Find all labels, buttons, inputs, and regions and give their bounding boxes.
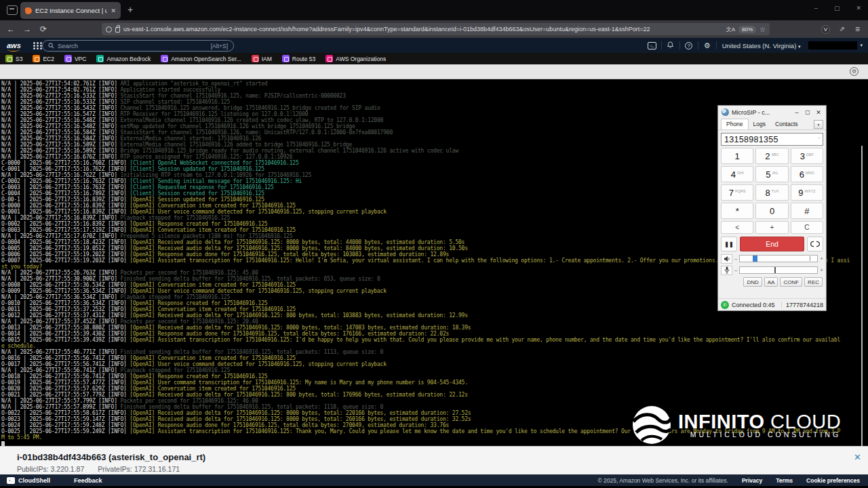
favorite-service-aws-organizations[interactable]: AWS Organizations	[326, 55, 386, 62]
instance-footer-close-icon[interactable]: ✕	[854, 452, 861, 462]
mic-minus[interactable]: –	[734, 267, 737, 273]
browser-tab[interactable]: EC2 Instance Connect | us-east ✕	[20, 2, 121, 19]
aux-key-plus[interactable]: +	[755, 221, 788, 234]
aux-key-clear[interactable]: C	[791, 221, 823, 234]
transfer-call-icon[interactable]	[807, 237, 823, 251]
settings-gear-icon[interactable]: ⚙	[698, 41, 716, 50]
speaker-slider-thumb[interactable]	[753, 256, 757, 262]
dialpad-key-4[interactable]: 4GHI	[721, 166, 753, 182]
window-maximize-icon[interactable]: ▢	[834, 5, 840, 12]
favorite-service-ec2[interactable]: EC2	[33, 55, 54, 62]
dialpad-key-5[interactable]: 5JKL	[755, 166, 788, 182]
bookmark-star-icon[interactable]: ☆	[760, 26, 766, 33]
terminal-settings-icon[interactable]: ⚙	[850, 67, 859, 76]
zoom-level-badge[interactable]: 80%	[738, 26, 756, 33]
tab-close-icon[interactable]: ✕	[111, 7, 116, 14]
microsip-titlebar[interactable]: MicroSIP - c... – ▢ ✕	[718, 106, 826, 119]
browser-menu-icon[interactable]: ≡	[855, 24, 860, 34]
forward-icon[interactable]: →	[19, 24, 35, 34]
mic-slider-thumb[interactable]	[774, 267, 776, 273]
extension-badge-icon[interactable]: V	[821, 25, 830, 34]
speaker-icon[interactable]	[721, 254, 732, 264]
microsip-tab-phone[interactable]: Phone	[721, 119, 749, 129]
public-ips: PublicIPs: 3.220.1.87	[17, 465, 84, 473]
new-tab-button[interactable]: +	[127, 4, 133, 15]
site-info-icon[interactable]	[106, 26, 112, 33]
share-icon[interactable]: ⇗	[840, 25, 845, 33]
back-icon[interactable]: ←	[3, 24, 19, 34]
dialpad-key-6[interactable]: 6MNO	[791, 166, 823, 182]
microsip-button-dnd[interactable]: DND	[743, 277, 762, 287]
mic-volume-slider[interactable]	[739, 266, 818, 274]
microsip-tab-logs[interactable]: Logs	[749, 119, 770, 129]
instance-footer: i-01bd38b4df434b663 (asterisk_to_openai_…	[0, 446, 868, 474]
microsip-button-aa[interactable]: AA	[764, 277, 778, 287]
cloudshell-icon[interactable]: ›_	[644, 42, 661, 49]
service-icon	[33, 55, 40, 62]
account-menu-redacted[interactable]	[808, 41, 857, 49]
cloudshell-footer-label[interactable]: CloudShell	[18, 477, 50, 484]
notifications-bell-icon[interactable]	[662, 41, 679, 50]
speaker-plus[interactable]: +	[820, 256, 823, 262]
favorite-service-iam[interactable]: IAM	[252, 55, 272, 62]
account-caret-icon[interactable]: ▾	[860, 43, 863, 48]
reload-icon[interactable]: ⟳	[35, 24, 52, 34]
dialpad-key-9[interactable]: 9WXYZ	[791, 184, 823, 201]
dialpad-key-0[interactable]: 0	[755, 203, 788, 219]
aws-search-input[interactable]: Search [Alt+S]	[42, 40, 234, 52]
microsip-tab-dropdown-icon[interactable]: ▼	[814, 120, 823, 129]
aws-logo[interactable]: aws	[7, 41, 21, 49]
favorite-service-amazon-bedrock[interactable]: Amazon Bedrock	[96, 55, 151, 62]
microsip-window[interactable]: MicroSIP - c... – ▢ ✕ PhoneLogsContacts▼…	[717, 105, 827, 311]
end-call-button[interactable]: End	[740, 237, 804, 251]
dialpad-key-3[interactable]: 3DEF	[791, 148, 823, 164]
microsip-logo-icon	[722, 108, 729, 116]
dialpad-key-hash[interactable]: #	[791, 203, 823, 219]
footer-link-privacy[interactable]: Privacy	[742, 477, 762, 484]
dialpad-key-8[interactable]: 8TUV	[755, 184, 788, 201]
dialpad-key-7[interactable]: 7PQRS	[721, 184, 753, 201]
microsip-button-rec[interactable]: REC	[804, 277, 823, 287]
dialpad-key-2[interactable]: 2ABC	[755, 148, 788, 164]
service-label: Amazon Bedrock	[106, 56, 151, 62]
favorite-service-amazon-opensearch-ser-[interactable]: Amazon OpenSearch Ser...	[161, 55, 241, 62]
favorite-service-route-53[interactable]: Route 53	[282, 55, 316, 62]
tab-list-icon[interactable]	[7, 5, 18, 15]
aux-key-backspace[interactable]: <	[721, 221, 753, 234]
terminal-line: N/A | 2025-06-27T17:55:57.899Z [INFO] Fi…	[1, 404, 868, 410]
window-minimize-icon[interactable]: –	[814, 5, 818, 12]
mic-plus[interactable]: +	[820, 267, 823, 273]
hold-button[interactable]: ❚❚	[721, 237, 737, 251]
lock-icon	[115, 27, 120, 33]
speaker-minus[interactable]: –	[734, 256, 737, 262]
cloudshell-footer-icon[interactable]: ›_	[7, 477, 15, 484]
microsip-button-conf[interactable]: CONF	[780, 277, 802, 287]
terminal-scrollbar[interactable]	[861, 146, 863, 446]
favorite-service-s3[interactable]: S3	[5, 55, 22, 62]
footer-link-cookie[interactable]: Cookie preferences	[806, 477, 860, 484]
service-icon	[64, 55, 72, 62]
microsip-close-icon[interactable]: ✕	[814, 109, 823, 116]
favorite-service-vpc[interactable]: VPC	[64, 55, 86, 62]
browser-navbar: ← → ⟳ us-east-1.console.aws.amazon.com/e…	[0, 20, 868, 38]
microphone-icon[interactable]	[721, 266, 732, 275]
url-text[interactable]: us-east-1.console.aws.amazon.com/ec2-ins…	[123, 26, 723, 33]
number-dropdown-icon[interactable]: ˇ	[818, 137, 820, 142]
dialed-number: 13158981355	[724, 135, 818, 144]
microsip-maximize-icon[interactable]: ▢	[804, 109, 812, 115]
dialpad-key-1[interactable]: 1	[721, 148, 753, 164]
translate-icon[interactable]: 文A	[726, 26, 735, 33]
window-close-icon[interactable]: ✕	[856, 5, 861, 12]
region-selector[interactable]: United States (N. Virginia) ▾	[717, 42, 806, 49]
footer-link-terms[interactable]: Terms	[776, 477, 793, 484]
dialpad-key-star[interactable]: *	[721, 203, 753, 219]
url-bar[interactable]: us-east-1.console.aws.amazon.com/ec2-ins…	[102, 23, 770, 35]
terminal-line: O-0019 | 2025-06-27T17:55:57.477Z [INFO]…	[1, 380, 868, 386]
services-grid-icon[interactable]	[33, 42, 35, 44]
microsip-minimize-icon[interactable]: –	[793, 109, 801, 116]
microsip-tab-contacts[interactable]: Contacts	[770, 119, 803, 129]
speaker-volume-slider[interactable]	[739, 255, 818, 262]
feedback-link[interactable]: Feedback	[74, 477, 102, 484]
help-icon[interactable]: ?	[680, 42, 698, 49]
microsip-number-input[interactable]: 13158981355 ˇ	[721, 133, 823, 146]
